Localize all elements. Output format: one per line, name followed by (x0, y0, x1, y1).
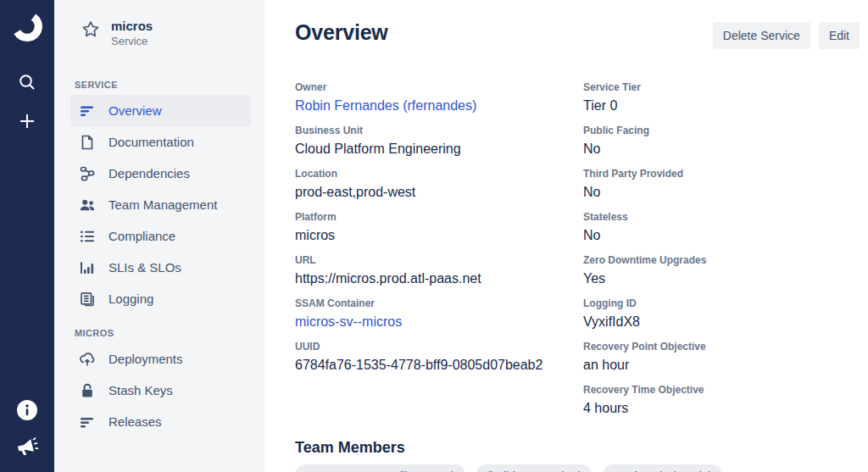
sidebar-item-team-management[interactable]: Team Management (70, 189, 251, 220)
sidebar-item-label: SLIs & SLOs (108, 260, 181, 275)
field-recovery-time-objective: Recovery Time Objective 4 hours (583, 384, 860, 416)
field-stateless: Stateless No (583, 211, 860, 243)
document-icon (79, 134, 96, 151)
field-ssam-container: SSAM Container micros-sv--micros (295, 297, 583, 330)
section-label-micros: MICROS (75, 328, 264, 338)
app-logo-icon[interactable] (10, 12, 44, 49)
field-third-party-provided: Third Party Provided No (583, 168, 860, 200)
sidebar-item-label: Dependencies (108, 166, 190, 180)
field-location: Location prod-east,prod-west (295, 168, 583, 200)
service-sidebar: micros Service SERVICE Overview Document… (54, 0, 264, 472)
sidebar-item-dependencies[interactable]: Dependencies (70, 158, 251, 189)
sidebar-item-label: Compliance (108, 229, 175, 243)
field-logging-id: Logging ID VyxifIdX8 (583, 297, 860, 330)
service-name: micros (111, 19, 153, 33)
info-icon[interactable] (16, 399, 38, 421)
fields-left-column: Owner Robin Fernandes (rfernandes) Busin… (295, 81, 583, 427)
field-uuid: UUID 6784fa76-1535-4778-bff9-0805d07beab… (295, 341, 583, 373)
sidebar-item-releases[interactable]: Releases (70, 406, 251, 437)
service-fields: Owner Robin Fernandes (rfernandes) Busin… (295, 81, 860, 427)
main-content: Overview Delete Service Edit Owner Robin… (264, 0, 868, 472)
field-public-facing: Public Facing No (583, 125, 860, 157)
sidebar-item-label: Documentation (108, 135, 194, 149)
sidebar-item-documentation[interactable]: Documentation (70, 126, 251, 158)
sidebar-item-logging[interactable]: Logging (70, 283, 251, 314)
field-zero-downtime-upgrades: Zero Downtime Upgrades Yes (583, 254, 860, 286)
field-recovery-point-objective: Recovery Point Objective an hour (583, 341, 860, 373)
releases-icon (79, 414, 96, 430)
global-nav-rail (0, 0, 54, 472)
deployments-cloud-icon (79, 351, 96, 368)
team-member-chip[interactable]: Paul Craig (pcraig) (603, 464, 722, 472)
field-owner: Owner Robin Fernandes (rfernandes) (295, 81, 583, 114)
service-type: Service (111, 35, 153, 47)
section-label-service: SERVICE (75, 80, 264, 90)
create-icon[interactable] (16, 110, 38, 132)
team-member-chip[interactable]: Jeremy Baumont (jbaumont) (295, 464, 465, 472)
favorite-star-icon[interactable] (81, 20, 100, 39)
page-title: Overview (295, 20, 388, 45)
field-platform: Platform micros (295, 211, 583, 243)
team-icon (79, 197, 96, 214)
service-header: micros Service (54, 19, 264, 47)
team-members-section: Team Members Jeremy Baumont (jbaumont) (… (295, 439, 860, 472)
sidebar-item-deployments[interactable]: Deployments (70, 343, 251, 375)
dependencies-icon (79, 165, 96, 182)
sidebar-item-label: Overview (108, 103, 162, 118)
team-member-chip[interactable]: (buildeng-sox-bot) (476, 464, 593, 472)
sidebar-item-label: Releases (108, 414, 162, 429)
compliance-icon (79, 228, 96, 245)
sidebar-item-label: Team Management (108, 197, 217, 212)
field-business-unit: Business Unit Cloud Platform Engineering (295, 125, 583, 157)
sidebar-item-slis-slos[interactable]: SLIs & SLOs (70, 252, 251, 283)
overview-icon (79, 103, 96, 119)
ssam-container-link[interactable]: micros-sv--micros (295, 314, 583, 330)
delete-service-button[interactable]: Delete Service (713, 22, 810, 49)
lock-icon (79, 382, 96, 399)
announcements-megaphone-icon[interactable] (16, 435, 38, 457)
sidebar-item-label: Stash Keys (108, 383, 173, 397)
field-service-tier: Service Tier Tier 0 (583, 81, 860, 114)
team-members-title: Team Members (295, 439, 860, 457)
sidebar-item-compliance[interactable]: Compliance (70, 220, 251, 252)
sidebar-item-overview[interactable]: Overview (70, 95, 251, 126)
field-url: URL https://micros.prod.atl-paas.net (295, 254, 583, 286)
bar-chart-icon (79, 259, 96, 276)
sidebar-item-stash-keys[interactable]: Stash Keys (70, 375, 251, 406)
search-icon[interactable] (16, 71, 38, 93)
fields-right-column: Service Tier Tier 0 Public Facing No Thi… (583, 81, 860, 427)
edit-button[interactable]: Edit (819, 22, 860, 49)
logging-icon (79, 291, 96, 308)
owner-link[interactable]: Robin Fernandes (rfernandes) (295, 98, 583, 114)
sidebar-item-label: Logging (108, 292, 153, 306)
sidebar-item-label: Deployments (108, 352, 183, 366)
